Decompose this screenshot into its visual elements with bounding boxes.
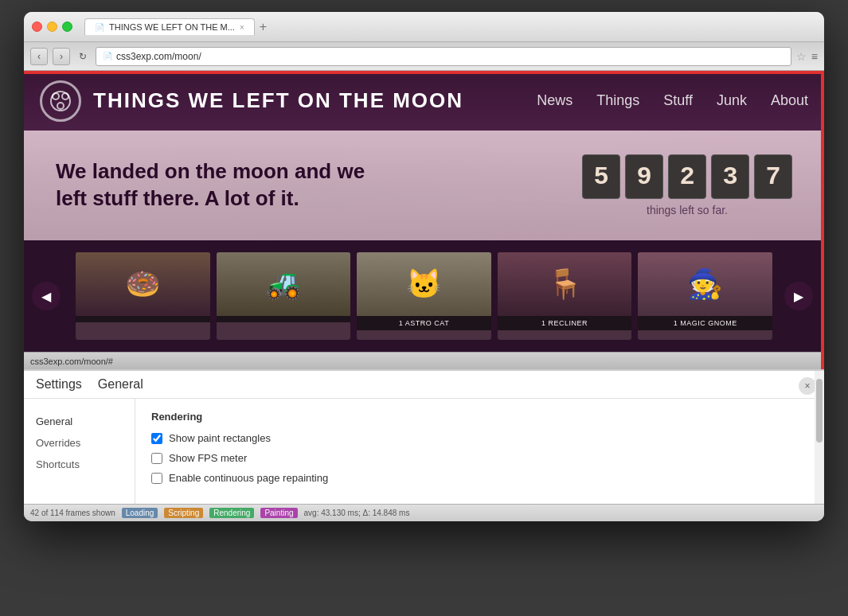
- thumbnail-image: 🚜: [217, 252, 351, 316]
- thumbnail-label: 1 MAGIC GNOME: [638, 316, 772, 330]
- thumbnails-section: ◀ 🍩 🚜: [24, 240, 824, 352]
- svg-point-2: [62, 93, 68, 99]
- nav-things[interactable]: Things: [596, 92, 639, 109]
- sidebar-item-shortcuts[interactable]: Shortcuts: [24, 454, 135, 475]
- bookmark-icon[interactable]: ☆: [796, 50, 807, 63]
- devtools-settings-title: Settings: [36, 377, 82, 392]
- thumbnail-item[interactable]: 🪑 1 RECLINER: [498, 252, 632, 340]
- refresh-button[interactable]: ↻: [75, 49, 91, 64]
- thumbnail-grid: 🍩 🚜 🐱 1 ASTRO CAT: [76, 252, 772, 340]
- browser-tab[interactable]: 📄 THINGS WE LEFT ON THE M... ×: [84, 18, 255, 35]
- thumbnail-item[interactable]: 🍩: [76, 252, 210, 340]
- checkbox-row-3: Enable continuous page repainting: [151, 472, 808, 484]
- devtools-content: Rendering Show paint rectangles Show FPS…: [135, 399, 824, 504]
- nav-stuff[interactable]: Stuff: [663, 92, 693, 109]
- devtools-header: Settings General ×: [24, 371, 824, 399]
- hero-text: We landed on the moon and we left stuff …: [56, 158, 390, 212]
- show-paint-rectangles-checkbox[interactable]: [151, 433, 162, 444]
- digit-4: 3: [711, 154, 749, 199]
- thumbnail-emoji: 🍩: [125, 270, 161, 298]
- show-fps-meter-label: Show FPS meter: [169, 452, 247, 464]
- prev-button[interactable]: ◀: [32, 282, 61, 310]
- digit-5: 7: [754, 154, 792, 199]
- title-bar: 📄 THINGS WE LEFT ON THE M... × +: [24, 12, 824, 42]
- thumbnail-label: [76, 316, 210, 322]
- checkbox-row-1: Show paint rectangles: [151, 432, 808, 444]
- tab-close-button[interactable]: ×: [240, 23, 244, 32]
- checkbox-row-2: Show FPS meter: [151, 452, 808, 464]
- address-bar: ‹ › ↻ 📄 css3exp.com/moon/ ☆ ≡: [24, 42, 824, 71]
- svg-point-3: [57, 103, 64, 109]
- nav-about[interactable]: About: [771, 92, 808, 109]
- maximize-window-button[interactable]: [62, 21, 72, 32]
- forward-button[interactable]: ›: [53, 48, 70, 65]
- browser-status-bar: css3exp.com/moon/#: [24, 352, 824, 369]
- devtools-body: General Overrides Shortcuts Rendering Sh…: [24, 399, 824, 504]
- thumbnail-emoji: 🐱: [406, 270, 442, 298]
- url-text: css3exp.com/moon/: [116, 51, 201, 62]
- counter: 5 9 2 3 7 things left so far.: [582, 154, 792, 216]
- rendering-heading: Rendering: [151, 411, 808, 423]
- frames-info: 42 of 114 frames shown: [30, 509, 115, 517]
- hero-heading: We landed on the moon and we left stuff …: [56, 158, 390, 212]
- digit-1: 5: [582, 154, 620, 199]
- url-bar[interactable]: 📄 css3exp.com/moon/: [96, 47, 791, 66]
- thumbnail-image: 🐱: [357, 252, 491, 316]
- thumbnail-image: 🧙: [638, 252, 772, 316]
- browser-menu-icon[interactable]: ≡: [811, 50, 818, 63]
- thumbnail-emoji: 🪑: [547, 270, 583, 298]
- new-tab-button[interactable]: +: [260, 20, 267, 34]
- sidebar-item-general[interactable]: General: [24, 411, 135, 432]
- devtools-section-title: General: [98, 377, 143, 392]
- thumbnail-image: 🪑: [498, 252, 632, 316]
- traffic-lights: [32, 21, 72, 32]
- digit-3: 2: [668, 154, 706, 199]
- tab-title: THINGS WE LEFT ON THE M...: [109, 22, 235, 32]
- devtools-close-button[interactable]: ×: [799, 377, 816, 395]
- counter-digits: 5 9 2 3 7: [582, 154, 792, 199]
- digit-2: 9: [625, 154, 663, 199]
- thumbnail-item[interactable]: 🧙 1 MAGIC GNOME: [638, 252, 772, 340]
- red-border-right: [821, 71, 824, 369]
- counter-label: things left so far.: [582, 204, 792, 216]
- site-title: THINGS WE LEFT ON THE MOON: [93, 88, 463, 113]
- status-url: css3exp.com/moon/#: [30, 357, 113, 366]
- show-paint-rectangles-label: Show paint rectangles: [169, 432, 271, 444]
- devtools-panel: Settings General × General Overrides Sho…: [24, 369, 824, 504]
- thumbnail-label: [217, 316, 351, 322]
- painting-tag: Painting: [260, 508, 297, 518]
- url-icon: 📄: [103, 52, 112, 60]
- show-fps-meter-checkbox[interactable]: [151, 453, 162, 464]
- thumbnail-item[interactable]: 🐱 1 ASTRO CAT: [357, 252, 491, 340]
- nav-junk[interactable]: Junk: [717, 92, 747, 109]
- close-window-button[interactable]: [32, 21, 42, 32]
- sidebar-item-overrides[interactable]: Overrides: [24, 432, 135, 454]
- rendering-section: Rendering Show paint rectangles Show FPS…: [151, 411, 808, 484]
- devtools-scrollbar[interactable]: [815, 371, 824, 504]
- bottom-status-bar: 42 of 114 frames shown Loading Scripting…: [24, 504, 824, 521]
- site-logo: THINGS WE LEFT ON THE MOON: [40, 80, 537, 122]
- thumbnail-emoji: 🧙: [687, 270, 723, 298]
- tab-bar: 📄 THINGS WE LEFT ON THE M... × +: [84, 18, 816, 35]
- minimize-window-button[interactable]: [47, 21, 57, 32]
- logo-icon: [40, 80, 81, 122]
- website-content: THINGS WE LEFT ON THE MOON News Things S…: [24, 71, 824, 369]
- loading-tag: Loading: [122, 508, 158, 518]
- back-button[interactable]: ‹: [30, 48, 48, 65]
- rendering-tag: Rendering: [209, 508, 254, 518]
- browser-window: 📄 THINGS WE LEFT ON THE M... × + ‹ › ↻ 📄…: [24, 12, 824, 521]
- thumbnail-image: 🍩: [76, 252, 210, 316]
- thumbnail-label: 1 ASTRO CAT: [357, 316, 491, 330]
- devtools-sidebar: General Overrides Shortcuts: [24, 399, 135, 504]
- enable-continuous-repainting-label: Enable continuous page repainting: [169, 472, 328, 484]
- avg-info: avg: 43.130 ms; Δ: 14.848 ms: [304, 509, 410, 517]
- site-nav: THINGS WE LEFT ON THE MOON News Things S…: [24, 71, 824, 131]
- site-menu: News Things Stuff Junk About: [537, 92, 808, 109]
- nav-news[interactable]: News: [537, 92, 572, 109]
- scripting-tag: Scripting: [164, 508, 203, 518]
- thumbnail-emoji: 🚜: [265, 270, 301, 298]
- enable-continuous-repainting-checkbox[interactable]: [151, 473, 162, 484]
- thumbnail-item[interactable]: 🚜: [217, 252, 351, 340]
- scrollbar-thumb: [816, 379, 823, 443]
- next-button[interactable]: ▶: [784, 282, 813, 310]
